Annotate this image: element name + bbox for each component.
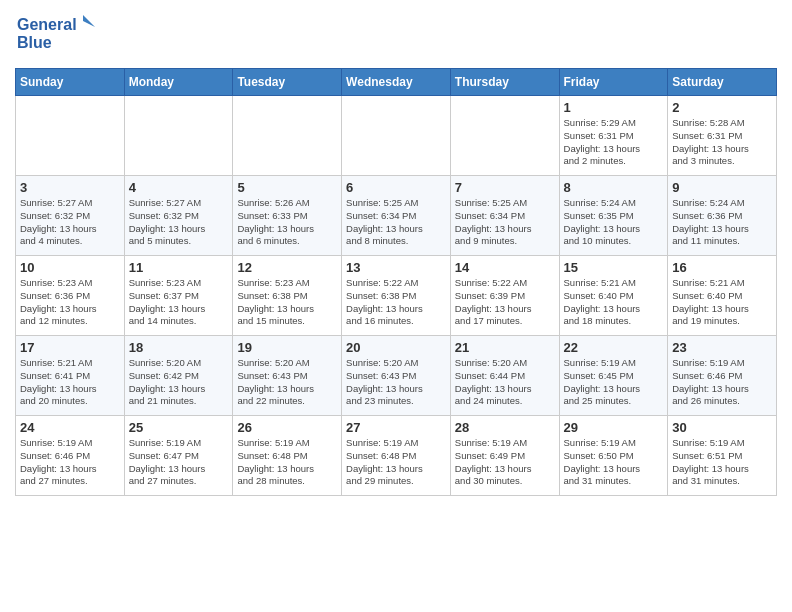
calendar-cell: 15Sunrise: 5:21 AM Sunset: 6:40 PM Dayli… [559,256,668,336]
day-number: 21 [455,340,555,355]
day-info: Sunrise: 5:23 AM Sunset: 6:37 PM Dayligh… [129,277,229,328]
day-info: Sunrise: 5:24 AM Sunset: 6:35 PM Dayligh… [564,197,664,248]
day-number: 13 [346,260,446,275]
day-info: Sunrise: 5:27 AM Sunset: 6:32 PM Dayligh… [20,197,120,248]
day-info: Sunrise: 5:23 AM Sunset: 6:38 PM Dayligh… [237,277,337,328]
day-number: 23 [672,340,772,355]
day-info: Sunrise: 5:19 AM Sunset: 6:46 PM Dayligh… [20,437,120,488]
day-number: 26 [237,420,337,435]
day-info: Sunrise: 5:19 AM Sunset: 6:48 PM Dayligh… [237,437,337,488]
day-info: Sunrise: 5:25 AM Sunset: 6:34 PM Dayligh… [346,197,446,248]
day-number: 28 [455,420,555,435]
day-number: 15 [564,260,664,275]
day-number: 4 [129,180,229,195]
day-info: Sunrise: 5:24 AM Sunset: 6:36 PM Dayligh… [672,197,772,248]
calendar-cell: 26Sunrise: 5:19 AM Sunset: 6:48 PM Dayli… [233,416,342,496]
calendar-cell: 24Sunrise: 5:19 AM Sunset: 6:46 PM Dayli… [16,416,125,496]
calendar-cell: 13Sunrise: 5:22 AM Sunset: 6:38 PM Dayli… [342,256,451,336]
calendar-cell: 27Sunrise: 5:19 AM Sunset: 6:48 PM Dayli… [342,416,451,496]
header-sunday: Sunday [16,69,125,96]
calendar-cell: 1Sunrise: 5:29 AM Sunset: 6:31 PM Daylig… [559,96,668,176]
svg-text:General: General [17,16,77,33]
header-friday: Friday [559,69,668,96]
day-number: 29 [564,420,664,435]
day-info: Sunrise: 5:19 AM Sunset: 6:48 PM Dayligh… [346,437,446,488]
calendar-cell: 16Sunrise: 5:21 AM Sunset: 6:40 PM Dayli… [668,256,777,336]
day-number: 24 [20,420,120,435]
calendar-cell: 2Sunrise: 5:28 AM Sunset: 6:31 PM Daylig… [668,96,777,176]
day-number: 27 [346,420,446,435]
day-number: 25 [129,420,229,435]
header-monday: Monday [124,69,233,96]
day-info: Sunrise: 5:19 AM Sunset: 6:47 PM Dayligh… [129,437,229,488]
day-number: 16 [672,260,772,275]
day-number: 1 [564,100,664,115]
day-info: Sunrise: 5:22 AM Sunset: 6:39 PM Dayligh… [455,277,555,328]
day-number: 14 [455,260,555,275]
day-number: 2 [672,100,772,115]
calendar-cell [16,96,125,176]
calendar-cell [124,96,233,176]
day-number: 19 [237,340,337,355]
day-number: 12 [237,260,337,275]
logo-svg: General Blue [15,10,95,60]
day-info: Sunrise: 5:28 AM Sunset: 6:31 PM Dayligh… [672,117,772,168]
day-number: 22 [564,340,664,355]
logo: General Blue [15,10,95,60]
calendar-cell: 23Sunrise: 5:19 AM Sunset: 6:46 PM Dayli… [668,336,777,416]
calendar-cell: 7Sunrise: 5:25 AM Sunset: 6:34 PM Daylig… [450,176,559,256]
day-number: 17 [20,340,120,355]
day-info: Sunrise: 5:29 AM Sunset: 6:31 PM Dayligh… [564,117,664,168]
day-number: 10 [20,260,120,275]
day-number: 20 [346,340,446,355]
day-number: 18 [129,340,229,355]
day-info: Sunrise: 5:22 AM Sunset: 6:38 PM Dayligh… [346,277,446,328]
calendar-cell: 29Sunrise: 5:19 AM Sunset: 6:50 PM Dayli… [559,416,668,496]
day-info: Sunrise: 5:19 AM Sunset: 6:51 PM Dayligh… [672,437,772,488]
calendar-cell: 30Sunrise: 5:19 AM Sunset: 6:51 PM Dayli… [668,416,777,496]
day-info: Sunrise: 5:20 AM Sunset: 6:44 PM Dayligh… [455,357,555,408]
svg-text:Blue: Blue [17,34,52,51]
calendar-cell: 10Sunrise: 5:23 AM Sunset: 6:36 PM Dayli… [16,256,125,336]
header-saturday: Saturday [668,69,777,96]
header-thursday: Thursday [450,69,559,96]
day-number: 5 [237,180,337,195]
day-info: Sunrise: 5:21 AM Sunset: 6:41 PM Dayligh… [20,357,120,408]
day-info: Sunrise: 5:19 AM Sunset: 6:45 PM Dayligh… [564,357,664,408]
calendar-week-2: 3Sunrise: 5:27 AM Sunset: 6:32 PM Daylig… [16,176,777,256]
day-info: Sunrise: 5:27 AM Sunset: 6:32 PM Dayligh… [129,197,229,248]
day-info: Sunrise: 5:21 AM Sunset: 6:40 PM Dayligh… [564,277,664,328]
day-info: Sunrise: 5:25 AM Sunset: 6:34 PM Dayligh… [455,197,555,248]
day-info: Sunrise: 5:23 AM Sunset: 6:36 PM Dayligh… [20,277,120,328]
calendar-cell: 3Sunrise: 5:27 AM Sunset: 6:32 PM Daylig… [16,176,125,256]
calendar-cell: 19Sunrise: 5:20 AM Sunset: 6:43 PM Dayli… [233,336,342,416]
calendar-cell: 11Sunrise: 5:23 AM Sunset: 6:37 PM Dayli… [124,256,233,336]
day-info: Sunrise: 5:20 AM Sunset: 6:42 PM Dayligh… [129,357,229,408]
calendar-cell [233,96,342,176]
calendar-header-row: SundayMondayTuesdayWednesdayThursdayFrid… [16,69,777,96]
calendar-table: SundayMondayTuesdayWednesdayThursdayFrid… [15,68,777,496]
calendar-cell [450,96,559,176]
day-number: 3 [20,180,120,195]
day-number: 30 [672,420,772,435]
day-number: 8 [564,180,664,195]
calendar-cell [342,96,451,176]
day-number: 6 [346,180,446,195]
calendar-cell: 8Sunrise: 5:24 AM Sunset: 6:35 PM Daylig… [559,176,668,256]
day-number: 11 [129,260,229,275]
day-info: Sunrise: 5:19 AM Sunset: 6:46 PM Dayligh… [672,357,772,408]
calendar-cell: 6Sunrise: 5:25 AM Sunset: 6:34 PM Daylig… [342,176,451,256]
calendar-cell: 5Sunrise: 5:26 AM Sunset: 6:33 PM Daylig… [233,176,342,256]
day-info: Sunrise: 5:20 AM Sunset: 6:43 PM Dayligh… [237,357,337,408]
day-info: Sunrise: 5:19 AM Sunset: 6:49 PM Dayligh… [455,437,555,488]
day-number: 9 [672,180,772,195]
day-info: Sunrise: 5:19 AM Sunset: 6:50 PM Dayligh… [564,437,664,488]
calendar-cell: 4Sunrise: 5:27 AM Sunset: 6:32 PM Daylig… [124,176,233,256]
calendar-week-1: 1Sunrise: 5:29 AM Sunset: 6:31 PM Daylig… [16,96,777,176]
day-number: 7 [455,180,555,195]
calendar-cell: 9Sunrise: 5:24 AM Sunset: 6:36 PM Daylig… [668,176,777,256]
day-info: Sunrise: 5:20 AM Sunset: 6:43 PM Dayligh… [346,357,446,408]
calendar-cell: 20Sunrise: 5:20 AM Sunset: 6:43 PM Dayli… [342,336,451,416]
calendar-cell: 14Sunrise: 5:22 AM Sunset: 6:39 PM Dayli… [450,256,559,336]
calendar-cell: 12Sunrise: 5:23 AM Sunset: 6:38 PM Dayli… [233,256,342,336]
